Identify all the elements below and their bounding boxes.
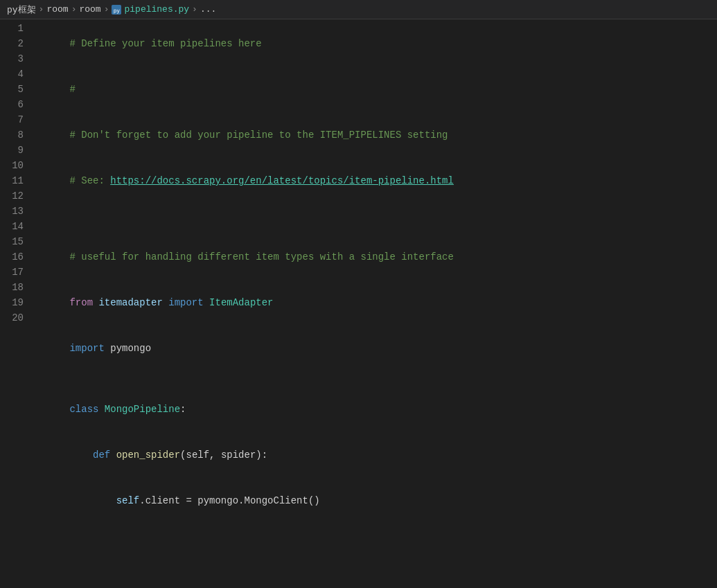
breadcrumb-item-file[interactable]: py pipelines.py <box>112 4 189 15</box>
code-token <box>204 297 209 308</box>
breadcrumb-filename: pipelines.py <box>124 4 189 15</box>
code-keyword-import: import <box>168 297 203 308</box>
code-line-7: # useful for handling different item typ… <box>35 234 717 280</box>
breadcrumb-sep-4: › <box>192 4 197 15</box>
svg-text:py: py <box>114 7 121 13</box>
line-num-20: 20 <box>6 310 24 326</box>
code-line-6 <box>35 219 717 234</box>
line-num-16: 16 <box>6 249 24 265</box>
line-num-10: 10 <box>6 158 24 173</box>
breadcrumb-sep-2: › <box>71 4 77 15</box>
line-numbers: 1 2 3 4 5 6 7 8 9 10 11 12 13 14 15 16 1… <box>0 19 29 588</box>
breadcrumb-sep-1: › <box>39 4 44 15</box>
code-line-10 <box>35 371 717 386</box>
code-line-12: def open_spider(self, spider): <box>35 432 717 478</box>
line-num-3: 3 <box>6 51 24 66</box>
code-token <box>69 449 93 461</box>
line-num-9: 9 <box>6 143 24 158</box>
line-num-1: 1 <box>6 21 24 36</box>
code-token <box>163 297 168 308</box>
line-num-14: 14 <box>6 219 24 234</box>
breadcrumb-sep-3: › <box>104 4 109 15</box>
code-token <box>69 541 116 552</box>
line-num-19: 19 <box>6 295 24 310</box>
breadcrumb-item-ellipsis[interactable]: ... <box>200 4 216 15</box>
code-token: # See: <box>69 175 110 186</box>
code-keyword-def: def <box>93 449 110 461</box>
line-num-2: 2 <box>6 36 24 51</box>
line-num-11: 11 <box>6 173 24 188</box>
editor-container: 1 2 3 4 5 6 7 8 9 10 11 12 13 14 15 16 1… <box>0 19 717 588</box>
code-token: # <box>69 84 75 95</box>
code-token: # Define your item pipelines here <box>69 38 261 49</box>
line-num-8: 8 <box>6 127 24 143</box>
code-line-13: self.client = pymongo.MongoClient() <box>35 478 717 524</box>
code-line-8: from itemadapter import ItemAdapter <box>35 280 717 326</box>
code-line-1: # Define your item pipelines here <box>35 21 717 66</box>
breadcrumb: py框架 › room › room › py pipelines.py › .… <box>0 0 717 19</box>
code-keyword-from: from <box>69 297 93 308</box>
code-line-9: import pymongo <box>35 326 717 371</box>
code-keyword: import <box>69 343 104 354</box>
code-line-4: # See: https://docs.scrapy.org/en/latest… <box>35 158 717 204</box>
code-token <box>110 449 116 461</box>
line-num-15: 15 <box>6 234 24 249</box>
code-line-11: class MongoPipeline: <box>35 386 717 432</box>
line-num-18: 18 <box>6 280 24 295</box>
line-num-12: 12 <box>6 188 24 204</box>
line-num-6: 6 <box>6 97 24 112</box>
code-token: .client = pymongo.MongoClient() <box>139 495 319 506</box>
python-file-icon: py <box>112 5 121 15</box>
code-line-5 <box>35 204 717 219</box>
breadcrumb-item-1[interactable]: py框架 <box>7 3 36 16</box>
code-url[interactable]: https://docs.scrapy.org/en/latest/topics… <box>110 175 454 186</box>
code-class: ItemAdapter <box>209 297 273 308</box>
code-var: self <box>116 495 140 506</box>
code-function: open_spider <box>116 449 180 461</box>
code-token: pymongo <box>105 343 151 354</box>
line-num-17: 17 <box>6 265 24 280</box>
line-num-7: 7 <box>6 112 24 127</box>
code-area[interactable]: # Define your item pipelines here # # Do… <box>29 19 717 588</box>
line-num-4: 4 <box>6 66 24 82</box>
breadcrumb-item-3[interactable]: room <box>79 4 100 15</box>
code-module: itemadapter <box>98 297 162 308</box>
code-token: # useful for handling different item typ… <box>69 251 454 262</box>
code-line-14: (parameter) self: Self@MongoPipeline <box>35 524 717 588</box>
code-token <box>69 495 116 506</box>
code-token: : <box>180 404 186 415</box>
code-line-3: # Don't forget to add your pipeline to t… <box>35 112 717 158</box>
line-num-13: 13 <box>6 204 24 219</box>
code-token: # Don't forget to add your pipeline to t… <box>69 130 448 141</box>
code-line-2: # <box>35 66 717 112</box>
code-token <box>98 404 104 415</box>
code-token: (self, spider): <box>180 449 267 461</box>
code-keyword-class: class <box>69 404 98 415</box>
breadcrumb-item-2[interactable]: room <box>46 4 68 15</box>
line-num-5: 5 <box>6 82 24 97</box>
code-class-name: MongoPipeline <box>105 404 180 415</box>
